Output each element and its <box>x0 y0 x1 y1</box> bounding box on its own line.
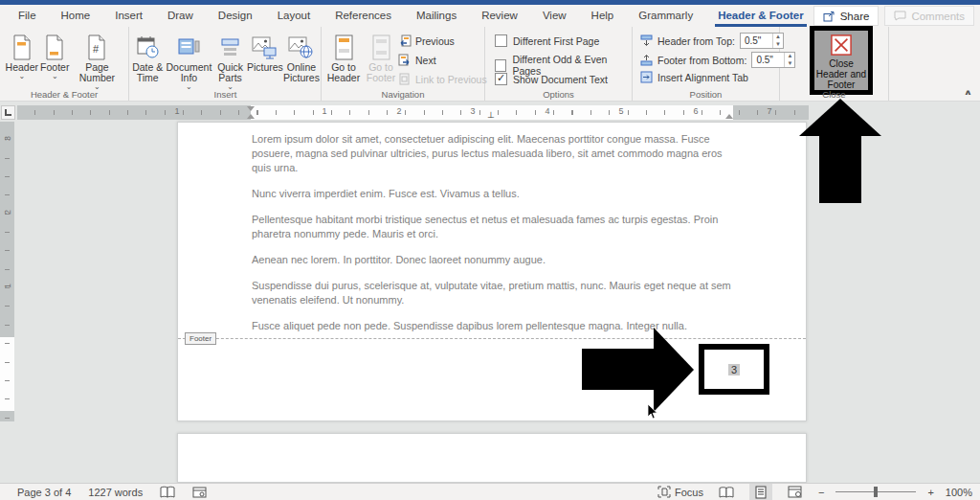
checkbox-show-document-text[interactable]: ✓ Show Document Text <box>495 73 608 85</box>
tab-home[interactable]: Home <box>49 5 103 27</box>
read-mode-button[interactable] <box>715 484 738 500</box>
footer-page-icon <box>45 32 64 62</box>
group-insert: Date & Time Document Info ⌄ Quick Parts … <box>130 27 322 101</box>
tab-review[interactable]: Review <box>469 5 530 27</box>
insert-alignment-tab-button[interactable]: Insert Alignment Tab <box>640 71 748 83</box>
document-page-3: Lorem ipsum dolor sit amet, consectetuer… <box>177 122 807 421</box>
paragraph: Pellentesque habitant morbi tristique se… <box>252 213 734 241</box>
checkbox-different-first-page[interactable]: ✓ Different First Page <box>495 34 599 47</box>
tab-design[interactable]: Design <box>206 5 265 27</box>
tab-file[interactable]: File <box>6 5 49 27</box>
svg-text:#: # <box>93 43 100 55</box>
tab-header-footer[interactable]: Header & Footer <box>705 5 815 27</box>
web-layout-button[interactable] <box>784 484 807 500</box>
zoom-level[interactable]: 100% <box>946 487 972 498</box>
ribbon-tabs: File Home Insert Draw Design Layout Refe… <box>6 5 816 27</box>
vertical-ruler[interactable]: 3 2 1 <box>0 122 14 421</box>
header-from-top-icon <box>640 34 653 47</box>
footer-from-bottom-icon <box>640 54 653 66</box>
pictures-button[interactable]: Pictures <box>249 30 281 91</box>
tab-references[interactable]: References <box>323 5 404 27</box>
ruler-number: 1 <box>322 106 326 116</box>
ruler-number: 6 <box>693 106 698 116</box>
go-to-header-icon <box>334 32 354 62</box>
proofing-icon[interactable] <box>160 486 175 498</box>
group-close: Close Header and Footer Close <box>780 27 889 101</box>
date-time-icon <box>136 32 160 62</box>
group-label: Position <box>633 89 779 100</box>
footer-boundary-line <box>178 338 806 339</box>
tab-insert[interactable]: Insert <box>102 5 155 27</box>
read-mode-icon <box>719 487 734 498</box>
close-header-footer-button[interactable]: Close Header and Footer <box>810 26 873 95</box>
document-info-button[interactable]: Document Info ⌄ <box>167 30 212 91</box>
share-button[interactable]: Share <box>813 6 880 26</box>
link-to-previous-button: Link to Previous <box>398 73 487 86</box>
tab-help[interactable]: Help <box>579 5 627 27</box>
right-indent-marker[interactable] <box>725 114 733 119</box>
checkbox-icon: ✓ <box>495 59 506 72</box>
zoom-in-icon[interactable]: + <box>927 487 933 498</box>
go-to-footer-button: Go to Footer <box>364 30 398 83</box>
page-number-button[interactable]: # Page Number ⌄ <box>71 30 122 91</box>
page-info[interactable]: Page 3 of 4 <box>17 487 71 498</box>
annotation-arrow-up-shaft <box>819 134 861 203</box>
comments-button: Comments <box>884 6 974 26</box>
quick-parts-button[interactable]: Quick Parts ⌄ <box>212 30 248 91</box>
page-number-annotation-box: 3 <box>699 344 769 395</box>
footer-page-number-field[interactable]: 3 <box>728 364 740 375</box>
zoom-out-icon[interactable]: − <box>818 487 824 498</box>
dropdown-chevron-icon: ⌄ <box>52 73 58 80</box>
word-count[interactable]: 1227 words <box>88 487 143 498</box>
ruler-number: 1 <box>174 106 179 116</box>
group-options: ✓ Different First Page ✓ Different Odd &… <box>485 27 633 101</box>
focus-button[interactable]: Focus <box>657 486 703 498</box>
document-page-4 <box>177 433 807 483</box>
group-label: Navigation <box>322 89 484 100</box>
footer-tag: Footer <box>185 332 216 345</box>
tab-view[interactable]: View <box>530 5 579 27</box>
paragraph: Fusce aliquet pede non pede. Suspendisse… <box>252 319 734 333</box>
tab-selector-box[interactable] <box>1 105 15 120</box>
footer-button[interactable]: Footer ⌄ <box>40 30 69 91</box>
checkbox-icon: ✓ <box>495 34 507 47</box>
annotation-arrow-up-head <box>799 99 881 136</box>
previous-button[interactable]: Previous <box>398 34 487 48</box>
first-line-indent-marker[interactable] <box>247 106 255 111</box>
header-from-top-input[interactable]: 0.5" ▲▼ <box>740 33 784 49</box>
tab-layout[interactable]: Layout <box>265 5 323 27</box>
statusbar: Page 3 of 4 1227 words Focus − + <box>0 483 980 500</box>
group-navigation: Go to Header Go to Footer Previous Next <box>322 27 485 101</box>
group-header-footer: Header ⌄ Footer ⌄ # Page Number ⌄ Header… <box>0 27 129 101</box>
go-to-header-button[interactable]: Go to Header <box>325 30 362 83</box>
dropdown-chevron-icon: ⌄ <box>18 73 25 80</box>
horizontal-ruler[interactable]: 1 1 2 3 4 5 6 7 ⊥ <box>17 105 809 120</box>
next-button[interactable]: Next <box>398 54 487 67</box>
previous-icon <box>398 34 412 48</box>
ruler-number: 3 <box>0 131 14 146</box>
header-from-top-label: Header from Top: <box>657 35 735 47</box>
group-label: Close <box>780 89 888 100</box>
header-button[interactable]: Header ⌄ <box>6 30 38 91</box>
footer-from-bottom-label: Footer from Bottom: <box>657 55 746 66</box>
group-label: Options <box>485 89 632 100</box>
word-window: File Home Insert Draw Design Layout Refe… <box>0 0 980 500</box>
online-pictures-button[interactable]: Online Pictures <box>282 30 321 91</box>
zoom-slider[interactable] <box>835 491 916 492</box>
collapse-ribbon-icon[interactable]: ∧ <box>964 88 972 97</box>
tab-draw[interactable]: Draw <box>155 5 206 27</box>
group-position: Header from Top: 0.5" ▲▼ Footer from Bot… <box>633 27 780 101</box>
center-tab-stop-icon[interactable]: ⊥ <box>487 110 495 120</box>
document-body-text: Lorem ipsum dolor sit amet, consectetuer… <box>252 132 734 345</box>
focus-icon <box>657 486 671 498</box>
print-layout-button[interactable] <box>749 484 772 500</box>
go-to-footer-icon <box>371 32 391 62</box>
date-time-button[interactable]: Date & Time <box>130 30 166 91</box>
close-header-footer-icon <box>830 34 853 56</box>
zoom-slider-thumb[interactable] <box>874 487 878 497</box>
left-indent-marker[interactable] <box>247 114 255 119</box>
ruler-number: 1 <box>0 279 14 293</box>
macro-icon[interactable] <box>192 487 207 498</box>
tab-mailings[interactable]: Mailings <box>404 5 469 27</box>
tab-grammarly[interactable]: Grammarly <box>626 5 705 27</box>
